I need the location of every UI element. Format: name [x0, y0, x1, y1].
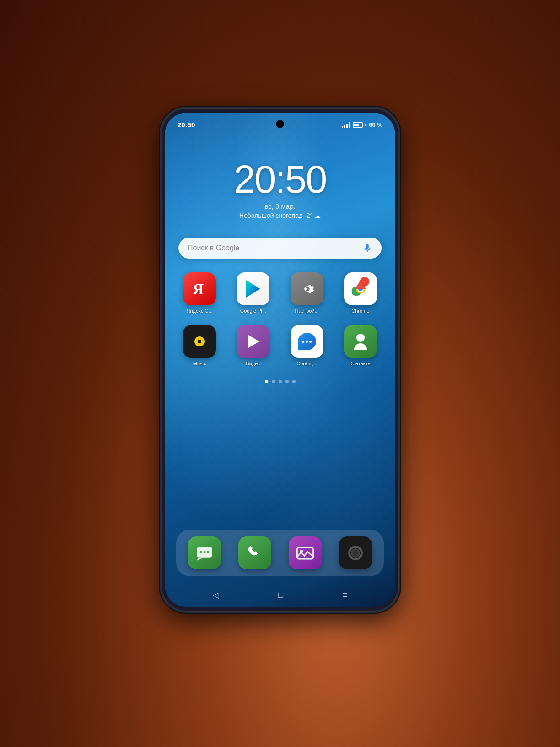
settings-icon	[291, 272, 323, 305]
dot-3	[279, 380, 282, 383]
app-messages[interactable]: Сообщ...	[284, 325, 330, 366]
signal-icon	[342, 122, 350, 128]
page-dots	[165, 380, 395, 383]
date-display: вс, 3 мар.	[169, 202, 391, 210]
search-bar[interactable]: Поиск в Google	[178, 238, 382, 259]
gplay-icon	[237, 272, 269, 305]
recent-button[interactable]: ≡	[343, 590, 348, 600]
big-clock: 20:50	[169, 160, 391, 199]
status-bar: 20:50	[165, 113, 395, 132]
app-yandex[interactable]: Я Яндекс С...	[176, 272, 223, 314]
nav-bar: ◁ □ ≡	[165, 585, 395, 607]
status-time: 20:50	[178, 121, 195, 129]
mic-icon	[362, 243, 372, 253]
chrome-label: Chrome	[351, 308, 369, 314]
video-icon	[237, 325, 269, 358]
dot-4	[285, 380, 289, 383]
app-chrome[interactable]: Chrome	[337, 272, 384, 314]
svg-point-6	[200, 551, 202, 553]
dot-5	[292, 380, 296, 383]
back-button[interactable]: ◁	[213, 590, 219, 600]
svg-text:Я: Я	[193, 281, 204, 298]
contacts-icon	[344, 325, 377, 358]
settings-label: Настрой...	[295, 308, 319, 314]
messages-label: Сообщ...	[296, 361, 317, 366]
battery-icon	[353, 122, 366, 128]
weather-display: Небольшой снегопад -2° ☁	[169, 212, 391, 219]
svg-point-8	[207, 551, 210, 553]
messages-icon	[291, 325, 323, 358]
svg-point-7	[204, 551, 206, 553]
dock-gallery[interactable]	[284, 536, 327, 569]
music-icon	[183, 325, 216, 358]
gallery-icon	[289, 536, 322, 569]
camera-icon	[339, 536, 372, 569]
app-grid-row2: Music Видео	[165, 323, 395, 375]
search-placeholder: Поиск в Google	[188, 244, 362, 252]
dot-1	[265, 380, 268, 383]
app-video[interactable]: Видео	[230, 325, 276, 366]
dock-camera[interactable]	[334, 536, 377, 569]
app-music[interactable]: Music	[176, 325, 223, 366]
gplay-label: Google Pl...	[240, 308, 266, 314]
video-label: Видео	[246, 361, 260, 366]
clock-section: 20:50 вс, 3 мар. Небольшой снегопад -2° …	[165, 155, 395, 224]
dock-phone[interactable]	[233, 536, 277, 569]
app-gplay[interactable]: Google Pl...	[230, 272, 276, 314]
phone-icon	[238, 536, 271, 569]
chrome-icon	[344, 272, 377, 305]
screen-content: 20:50	[165, 113, 395, 607]
phone-wrapper: 20:50	[161, 108, 399, 612]
music-label: Music	[193, 361, 206, 366]
app-contacts[interactable]: Контакты	[337, 325, 384, 366]
yandex-label: Яндекс С...	[187, 308, 213, 314]
home-button[interactable]: □	[278, 590, 283, 600]
app-grid-row1: Я Яндекс С...	[165, 263, 395, 323]
yandex-icon: Я	[183, 272, 216, 305]
svg-rect-9	[297, 548, 313, 559]
dock	[165, 523, 395, 585]
phone-body: 20:50	[161, 108, 399, 612]
contacts-label: Контакты	[350, 361, 372, 366]
dock-row	[176, 530, 384, 576]
status-icons: 60 %	[342, 121, 382, 128]
dock-sms[interactable]	[183, 536, 226, 569]
battery-percent: 60 %	[369, 121, 382, 128]
dot-2	[272, 380, 275, 383]
phone-screen: 20:50	[165, 113, 395, 607]
sms-icon	[188, 536, 221, 569]
svg-marker-1	[246, 280, 260, 298]
app-settings[interactable]: Настрой...	[284, 272, 330, 314]
